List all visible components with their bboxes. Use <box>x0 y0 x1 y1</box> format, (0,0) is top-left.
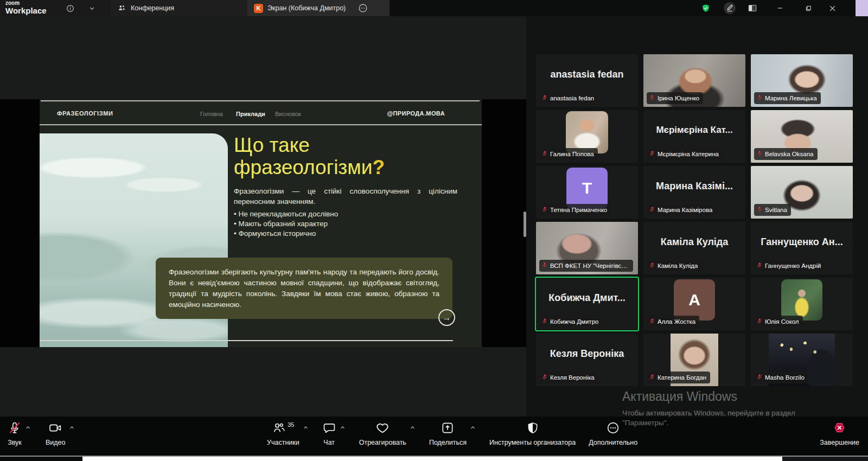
participant-tile[interactable]: Катерина Богдан <box>643 334 745 386</box>
muted-mic-icon <box>756 261 763 271</box>
toolbar-middle-group: 35УчастникиЧатОтреагироватьПоделитьсяИнс… <box>267 421 637 446</box>
slide-title-line2: фразеологізми <box>234 156 372 178</box>
desktop-edge-dark <box>0 457 82 461</box>
scrollbar[interactable] <box>524 212 526 237</box>
mic-muted-button[interactable]: Звук <box>8 421 22 446</box>
tab-screen-label: Экран (Кобижча Дмитро) <box>267 4 346 12</box>
participant-name-label: anastasia fedan <box>539 92 598 104</box>
participants-count-badge: 35 <box>288 421 294 428</box>
toolbar-item-label: Видео <box>46 439 66 446</box>
camera-button[interactable]: Видео <box>46 421 66 446</box>
participant-tile[interactable]: Каміла КулідаКаміла Куліда <box>643 222 745 274</box>
desktop-edge-strip <box>0 456 868 461</box>
info-icon[interactable] <box>63 2 77 15</box>
titlebar: zoom Workplace Конференция K Экран (Коби… <box>0 0 856 16</box>
participant-tile[interactable]: Masha Borzilo <box>751 334 853 386</box>
desktop-edge-white <box>82 457 782 461</box>
participant-avatar: A <box>674 279 715 321</box>
participant-tile[interactable]: TТетяна Примаченко <box>536 166 638 219</box>
slide-nav-item-vysnovok: Висновок <box>275 111 301 117</box>
share-letterbox-left <box>0 99 40 347</box>
participant-name-label: Галина Попова <box>539 148 598 160</box>
slide-nav-brand: ФРАЗЕОЛОГІЗМИ <box>57 110 113 117</box>
participant-tile[interactable]: AАлла Жостка <box>643 278 745 330</box>
toolbar-item-label: Поделиться <box>429 439 467 446</box>
end-call-icon <box>833 421 846 436</box>
participant-name-label: Каміла Куліда <box>647 260 701 272</box>
participant-tile[interactable]: Кобижча Дмит...Кобижча Дмитро <box>536 278 638 330</box>
muted-mic-icon <box>541 317 548 326</box>
participant-name-label: Ірина Ющенко <box>647 92 703 104</box>
toolbar-group: Видео <box>46 421 75 446</box>
participant-avatar-photo <box>781 279 822 321</box>
participant-name-label: Алла Жостка <box>647 316 699 328</box>
muted-mic-icon <box>649 261 655 271</box>
screen-share-badge: K <box>254 4 263 13</box>
chevron-up-icon[interactable] <box>409 424 416 432</box>
presentation-slide: ФРАЗЕОЛОГІЗМИ Головна Приклади Висновок … <box>40 99 482 347</box>
participant-name-label: Юлія Сокол <box>754 316 803 328</box>
participant-tile[interactable]: Марина Казімі...Марина Казімірова <box>643 166 745 219</box>
participant-avatar-photo <box>566 111 608 153</box>
participant-tile[interactable]: Svitlana <box>751 166 853 219</box>
heart-button[interactable]: Отреагировать <box>359 421 406 446</box>
chevron-up-icon[interactable] <box>302 424 309 432</box>
host-shield-button[interactable]: Инструменты организатора <box>489 421 576 446</box>
slide-bottom-border <box>40 340 453 341</box>
participant-tile[interactable]: Ірина Ющенко <box>643 54 745 107</box>
participant-name-label: Кезля Вероніка <box>539 372 598 383</box>
toolbar-group: 35Участники <box>267 421 309 446</box>
people-icon <box>117 4 126 13</box>
layout-panel-icon[interactable] <box>745 2 760 15</box>
toolbar-item-label: Отреагировать <box>359 439 406 446</box>
participant-display-name: Каміла Куліда <box>646 236 743 247</box>
participant-tile[interactable]: Юлія Сокол <box>751 278 853 330</box>
chevron-up-icon[interactable] <box>469 424 476 432</box>
heart-icon <box>375 421 390 437</box>
participant-display-name: Кобижча Дмит... <box>538 292 636 303</box>
tab-more-icon[interactable] <box>358 3 368 14</box>
participants-button[interactable]: 35Участники <box>267 421 299 446</box>
chevron-up-icon[interactable] <box>68 424 75 432</box>
participant-display-name: anastasia fedan <box>538 68 636 80</box>
restore-button[interactable] <box>797 0 819 16</box>
chevron-up-icon[interactable] <box>24 424 31 432</box>
more-button[interactable]: Дополнительно <box>589 421 637 446</box>
tab-screen-share[interactable]: K Экран (Кобижча Дмитро) <box>247 0 390 16</box>
participant-tile[interactable]: Марина Левицька <box>751 54 853 107</box>
participant-tile[interactable]: Ганнущенко Ан...Ганнущенко Андрій <box>751 222 853 274</box>
slide-bullet-3: Формуються історично <box>234 229 457 239</box>
participant-tile[interactable]: anastasia fedananastasia fedan <box>536 54 638 107</box>
toolbar-item-label: Инструменты организатора <box>489 439 576 446</box>
chevron-down-icon[interactable] <box>85 2 99 15</box>
participant-tile[interactable]: Галина Попова <box>536 110 638 163</box>
end-call-button[interactable]: Завершение <box>820 421 859 446</box>
slide-next-arrow-icon: → <box>438 309 455 326</box>
participant-tile[interactable]: Belavska Oksana <box>751 110 853 163</box>
share-icon <box>441 421 455 437</box>
participant-display-name: Ганнущенко Ан... <box>753 236 851 247</box>
chevron-up-icon[interactable] <box>339 424 346 432</box>
annotate-pen-icon[interactable] <box>723 2 737 15</box>
slide-intro-text: Фразеологізми — це стійкі словосполученн… <box>234 186 457 207</box>
toolbar-group: Чат <box>322 421 346 446</box>
toolbar-item-label: Чат <box>323 439 335 446</box>
chat-icon <box>322 421 336 437</box>
participant-tile[interactable]: ВСП ФКЕТ НУ "Чернігівсь... <box>536 222 638 274</box>
muted-mic-icon <box>649 93 655 103</box>
participant-avatar: T <box>566 168 608 209</box>
slide-nav-handle: @ПРИРОДА.МОВА <box>387 110 445 117</box>
minimize-button[interactable] <box>769 0 791 16</box>
close-button[interactable] <box>821 0 843 16</box>
toolbar-group: Завершение <box>820 421 859 446</box>
slide-bullet-1: Не перекладаються дослівно <box>234 209 457 219</box>
participant-tile[interactable]: Мєрімєріна Кат...Мєрімєріна Катерина <box>643 110 745 163</box>
participant-tile[interactable]: Кезля ВеронікаКезля Вероніка <box>536 334 638 386</box>
share-button[interactable]: Поделиться <box>429 421 467 446</box>
chat-button[interactable]: Чат <box>322 421 336 446</box>
tab-meeting[interactable]: Конференция <box>111 0 247 16</box>
muted-mic-icon <box>649 317 655 326</box>
participant-name-label: Ганнущенко Андрій <box>754 260 825 272</box>
security-shield-icon[interactable] <box>699 2 713 15</box>
toolbar-item-label: Дополнительно <box>589 439 637 446</box>
